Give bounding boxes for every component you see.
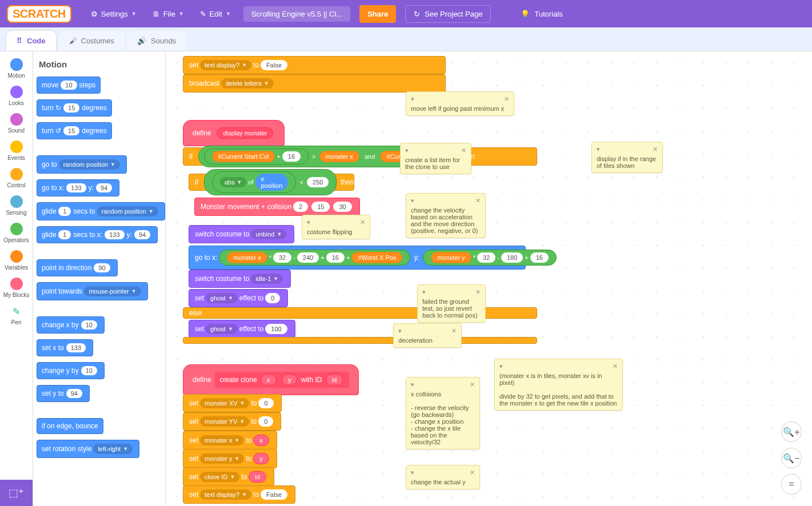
block-monster-movement[interactable]: Monster movement + collision 2 15 30 — [194, 198, 360, 216]
tab-costumes-label: Costumes — [81, 37, 115, 45]
palette-heading: Motion — [39, 59, 162, 69]
block-broadcast[interactable]: broadcast delete letters ▼ — [183, 74, 446, 93]
settings-label: Settings — [101, 10, 128, 18]
close-icon[interactable]: ✕ — [461, 147, 466, 154]
lightbulb-icon: 💡 — [521, 10, 530, 18]
collapse-icon[interactable]: ▾ — [411, 381, 414, 388]
category-operators[interactable]: Operators — [0, 219, 33, 247]
close-icon[interactable]: ✕ — [653, 146, 658, 153]
tutorials-button[interactable]: 💡 Tutorials — [513, 0, 570, 27]
collapse-icon[interactable]: ▾ — [499, 363, 503, 370]
block-point-towards[interactable]: point towardsmouse-pointer ▼ — [37, 282, 148, 300]
block-set-ghost-100[interactable]: set ghost ▼ effect to 100 — [189, 320, 295, 338]
zoom-reset-button[interactable]: = — [781, 474, 802, 495]
close-icon[interactable]: ✕ — [504, 95, 509, 103]
comment-tile-position[interactable]: ▾✕(monster x is in tiles, monster xv is … — [494, 359, 623, 411]
collapse-icon[interactable]: ▾ — [405, 147, 409, 154]
block-set-x[interactable]: set x to133 — [37, 339, 93, 356]
block-set-monster-xv[interactable]: setmonster XV ▼to0 — [183, 394, 282, 412]
tab-code[interactable]: ⠿ Code — [6, 30, 57, 51]
category-looks[interactable]: Looks — [0, 82, 33, 110]
block-rotation-style[interactable]: set rotation styleleft-right ▼ — [37, 440, 139, 458]
block-bounce[interactable]: if on edge, bounce — [37, 418, 103, 434]
category-motion[interactable]: Motion — [0, 55, 33, 82]
block-set-monster-x[interactable]: setmonster x ▼tox — [183, 431, 277, 450]
comment-deceleration[interactable]: ▾✕deceleration — [393, 323, 462, 348]
collapse-icon[interactable]: ▾ — [398, 327, 402, 335]
block-move-steps[interactable]: move10steps — [37, 77, 101, 94]
comment-move-left[interactable]: ▾✕move left if going past minimum x — [406, 91, 514, 116]
project-title-input[interactable]: Scrolling Engine v5.5 || Cl... — [243, 6, 350, 22]
block-turn-left[interactable]: turn ↺15degrees — [37, 122, 112, 139]
tab-costumes[interactable]: 🖌 Costumes — [59, 31, 125, 51]
block-if-end[interactable] — [183, 337, 537, 344]
close-icon[interactable]: ✕ — [360, 219, 365, 226]
comment-list-item[interactable]: ▾✕create a list item for the clone to us… — [400, 143, 471, 174]
category-myblocks[interactable]: My Blocks — [0, 274, 33, 302]
comment-costume-flip[interactable]: ▾✕costume flipping — [302, 215, 370, 239]
block-set-y[interactable]: set y to94 — [37, 385, 90, 402]
comment-display-range[interactable]: ▾✕display if in the range of tiles shown — [591, 142, 663, 173]
block-goto[interactable]: go torandom position ▼ — [37, 155, 127, 174]
category-events[interactable]: Events — [0, 137, 33, 164]
share-button[interactable]: Share — [359, 5, 396, 23]
block-goto-xy[interactable]: go to x:133y:94 — [37, 179, 119, 196]
comment-ground-fail[interactable]: ▾✕failed the ground test, so just revert… — [417, 284, 486, 323]
block-set-monster-y[interactable]: setmonster y ▼toy — [183, 449, 277, 468]
comment-change-y[interactable]: ▾✕change the actual y — [406, 465, 480, 489]
close-icon[interactable]: ✕ — [470, 381, 475, 388]
category-pen[interactable]: ✎Pen — [0, 302, 33, 329]
scratch-logo[interactable]: SCRATCH — [7, 5, 71, 23]
block-if-abs[interactable]: if abs ▼ of x position < 250 then — [189, 174, 354, 191]
zoom-in-button[interactable]: 🔍+ — [781, 421, 802, 442]
block-switch-costume-idle[interactable]: switch costume to idle-1 ▼ — [189, 270, 291, 288]
block-if-range[interactable]: if #Current Start Col + 16 > monster x a… — [183, 147, 537, 166]
close-icon[interactable]: ✕ — [475, 288, 481, 296]
collapse-icon[interactable]: ▾ — [307, 219, 310, 226]
block-switch-costume-unbind[interactable]: switch costume to unbind ▼ — [189, 225, 294, 243]
comment-x-collisions[interactable]: ▾✕x collisions - reverse the velocity (g… — [406, 377, 480, 449]
refresh-icon: ↻ — [414, 10, 420, 18]
collapse-icon[interactable]: ▾ — [597, 146, 600, 153]
close-icon[interactable]: ✕ — [613, 363, 618, 370]
code-icon: ⠿ — [17, 37, 22, 45]
block-palette[interactable]: Motion move10steps turn ↻15degrees turn … — [33, 51, 166, 506]
collapse-icon[interactable]: ▾ — [411, 95, 414, 103]
collapse-icon[interactable]: ▾ — [422, 288, 426, 296]
block-define-create-clone[interactable]: define create clone x y with ID id — [183, 364, 359, 395]
block-change-y[interactable]: change y by10 — [37, 362, 105, 379]
extension-icon: ⬚⁺ — [9, 487, 24, 499]
see-project-page-button[interactable]: ↻ See Project Page — [405, 5, 491, 23]
settings-menu[interactable]: ⚙ Settings ▼ — [83, 0, 145, 27]
scripts-workspace[interactable]: set text display? ▼ to False broadcast d… — [166, 51, 812, 506]
block-set-variable[interactable]: set text display? ▼ to False — [183, 56, 446, 74]
block-glide-xy[interactable]: glide1secs to x:133y:94 — [37, 226, 158, 243]
block-glide-to[interactable]: glide1secs torandom position ▼ — [37, 202, 165, 220]
block-set-clone-id[interactable]: setclone ID ▼toid — [183, 467, 274, 487]
tab-sounds[interactable]: 🔊 Sounds — [127, 31, 186, 51]
block-turn-right[interactable]: turn ↻15degrees — [37, 99, 112, 117]
category-control[interactable]: Control — [0, 164, 33, 192]
comment-velocity[interactable]: ▾✕change the velocity based on accelerat… — [406, 193, 486, 238]
block-set-text-display-2[interactable]: settext display? ▼toFalse — [183, 485, 295, 504]
block-set-ghost-0[interactable]: set ghost ▼ effect to 0 — [189, 289, 288, 307]
block-define-display-monster[interactable]: define display monster — [183, 120, 285, 146]
menu-bar: SCRATCH ⚙ Settings ▼ 🗎 File ▼ ✎ Edit ▼ S… — [0, 0, 812, 27]
extension-button[interactable]: ⬚⁺ — [0, 480, 33, 506]
file-menu[interactable]: 🗎 File ▼ — [145, 0, 192, 27]
category-variables[interactable]: Variables — [0, 247, 33, 274]
close-icon[interactable]: ✕ — [475, 197, 481, 204]
category-sound[interactable]: Sound — [0, 110, 33, 137]
zoom-out-button[interactable]: 🔍− — [781, 448, 802, 468]
collapse-icon[interactable]: ▾ — [411, 197, 414, 204]
close-icon[interactable]: ✕ — [470, 469, 475, 476]
edit-menu[interactable]: ✎ Edit ▼ — [192, 0, 239, 27]
block-point-dir[interactable]: point in direction90 — [37, 259, 118, 276]
block-change-x[interactable]: change x by10 — [37, 316, 105, 334]
category-sensing[interactable]: Sensing — [0, 192, 33, 219]
block-categories: Motion Looks Sound Events Control Sensin… — [0, 51, 33, 506]
block-set-monster-yv[interactable]: setmonster YV ▼to0 — [183, 412, 281, 431]
close-icon[interactable]: ✕ — [451, 327, 457, 335]
block-goto-xy-computed[interactable]: go to x: monster x * 32 - 240 + 16 + #Wo… — [189, 246, 526, 270]
collapse-icon[interactable]: ▾ — [411, 469, 414, 476]
